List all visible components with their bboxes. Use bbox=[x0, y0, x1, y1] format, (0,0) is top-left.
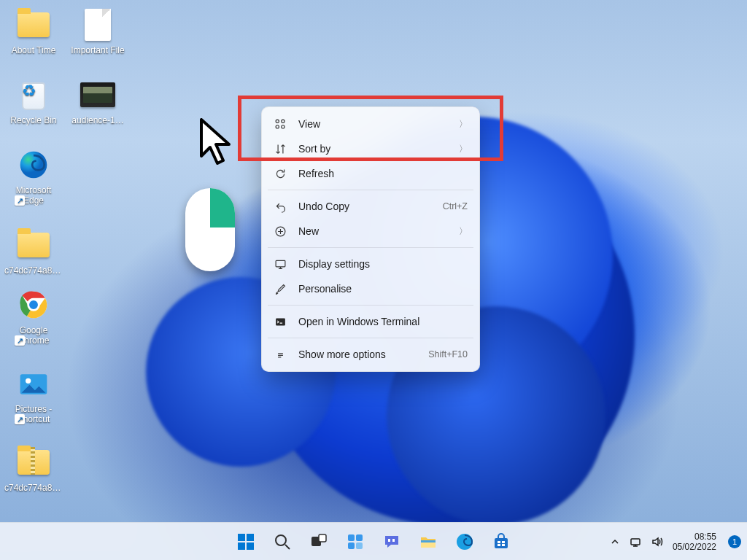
taskbar-taskview-button[interactable] bbox=[303, 526, 334, 557]
mouse-right-button-highlight bbox=[210, 188, 235, 228]
taskbar-widgets-button[interactable] bbox=[340, 526, 371, 557]
menu-label: New bbox=[298, 225, 453, 237]
menu-hint: Shift+F10 bbox=[428, 349, 468, 359]
menu-item-sort-by[interactable]: Sort by 〉 bbox=[266, 136, 475, 161]
menu-label: Show more options bbox=[298, 349, 428, 360]
svg-point-18 bbox=[276, 535, 286, 545]
desktop-icon-edge[interactable]: ↗ Microsoft Edge bbox=[4, 147, 63, 206]
desktop-icon-label: Important File bbox=[69, 45, 127, 55]
chevron-right-icon: 〉 bbox=[459, 225, 468, 238]
svg-point-9 bbox=[281, 125, 284, 128]
menu-label: Open in Windows Terminal bbox=[298, 316, 468, 327]
menu-separator bbox=[268, 305, 473, 306]
file-icon bbox=[85, 9, 111, 41]
svg-rect-28 bbox=[421, 540, 436, 542]
menu-label: Sort by bbox=[298, 143, 453, 155]
svg-rect-34 bbox=[502, 544, 505, 546]
desktop-icon-label: Google Chrome bbox=[4, 325, 63, 346]
more-options-icon bbox=[272, 346, 288, 362]
tray-notification-badge[interactable]: 1 bbox=[728, 535, 741, 548]
terminal-icon bbox=[272, 314, 288, 330]
desktop-context-menu: View 〉 Sort by 〉 Refresh Undo Copy Ctrl+… bbox=[261, 106, 480, 372]
taskbar-search-button[interactable] bbox=[267, 526, 298, 557]
desktop-icon-label: c74dc774a8f… bbox=[4, 265, 63, 276]
taskbar-edge-button[interactable] bbox=[449, 526, 480, 557]
menu-item-new[interactable]: New 〉 bbox=[266, 219, 475, 244]
search-icon bbox=[273, 532, 292, 551]
menu-item-personalise[interactable]: Personalise bbox=[266, 276, 475, 301]
svg-point-7 bbox=[281, 120, 284, 122]
display-icon bbox=[272, 256, 288, 272]
mouse-graphic-annotation bbox=[185, 188, 235, 271]
menu-item-display-settings[interactable]: Display settings bbox=[266, 252, 475, 276]
menu-item-show-more-options[interactable]: Show more options Shift+F10 bbox=[266, 342, 475, 367]
tray-network-icon[interactable] bbox=[630, 535, 643, 548]
svg-rect-32 bbox=[502, 541, 505, 543]
desktop-icon-label: About Time bbox=[4, 45, 63, 55]
plus-circle-icon bbox=[272, 223, 288, 239]
menu-separator bbox=[268, 190, 473, 190]
svg-rect-33 bbox=[498, 544, 500, 546]
refresh-icon bbox=[272, 166, 288, 182]
menu-item-view[interactable]: View 〉 bbox=[266, 112, 475, 136]
svg-point-8 bbox=[276, 125, 279, 128]
zip-folder-icon bbox=[18, 450, 50, 475]
menu-label: Undo Copy bbox=[298, 201, 443, 212]
menu-label: Refresh bbox=[298, 168, 468, 179]
pictures-icon bbox=[16, 366, 51, 401]
image-thumb-icon bbox=[80, 82, 115, 107]
svg-rect-25 bbox=[388, 539, 390, 542]
tray-time: 08:55 bbox=[673, 532, 716, 542]
start-button[interactable] bbox=[231, 526, 261, 557]
taskbar-explorer-button[interactable] bbox=[413, 526, 444, 557]
chevron-right-icon: 〉 bbox=[459, 118, 468, 131]
menu-item-refresh[interactable]: Refresh bbox=[266, 161, 475, 186]
taskbar: 08:55 05/02/2022 1 bbox=[0, 522, 747, 560]
svg-rect-35 bbox=[631, 539, 640, 545]
svg-rect-26 bbox=[392, 539, 395, 542]
svg-rect-16 bbox=[238, 542, 245, 550]
desktop-icon-audience[interactable]: audience-1… bbox=[69, 77, 127, 125]
menu-item-open-terminal[interactable]: Open in Windows Terminal bbox=[266, 309, 475, 334]
explorer-icon bbox=[419, 532, 438, 551]
svg-rect-15 bbox=[247, 534, 254, 541]
svg-rect-20 bbox=[319, 534, 326, 542]
desktop-icon-chrome[interactable]: ↗ Google Chrome bbox=[4, 287, 63, 346]
taskbar-chat-button[interactable] bbox=[376, 526, 407, 557]
grid-icon bbox=[272, 116, 288, 132]
notif-count: 1 bbox=[732, 537, 737, 546]
folder-icon bbox=[18, 233, 50, 257]
tray-date: 05/02/2022 bbox=[673, 542, 716, 552]
desktop-icon-zip-c74[interactable]: c74dc774a8f… bbox=[4, 445, 63, 493]
menu-item-undo-copy[interactable]: Undo Copy Ctrl+Z bbox=[266, 194, 475, 219]
svg-rect-23 bbox=[348, 542, 355, 549]
tray-volume-icon[interactable] bbox=[651, 535, 664, 548]
chevron-right-icon: 〉 bbox=[459, 143, 468, 155]
desktop-icon-pictures-shortcut[interactable]: ↗ Pictures - Shortcut bbox=[4, 366, 63, 424]
recycle-bin-icon: ♻ bbox=[16, 77, 51, 112]
sort-icon bbox=[272, 141, 288, 157]
svg-point-6 bbox=[276, 120, 279, 122]
desktop[interactable]: About Time ♻ Recycle Bin ↗ Microsoft Edg… bbox=[0, 0, 747, 560]
desktop-icon-folder-c74[interactable]: c74dc774a8f… bbox=[4, 228, 63, 276]
desktop-icon-recycle-bin[interactable]: ♻ Recycle Bin bbox=[4, 77, 63, 125]
edge-icon bbox=[455, 532, 474, 551]
svg-point-5 bbox=[26, 378, 31, 384]
undo-icon bbox=[272, 198, 288, 214]
folder-icon bbox=[18, 12, 50, 37]
menu-hint: Ctrl+Z bbox=[443, 201, 468, 211]
tray-clock[interactable]: 08:55 05/02/2022 bbox=[673, 532, 716, 552]
taskbar-center bbox=[231, 526, 516, 557]
desktop-icon-label: Microsoft Edge bbox=[4, 185, 63, 206]
svg-rect-21 bbox=[348, 534, 355, 541]
desktop-icon-label: Pictures - Shortcut bbox=[4, 404, 63, 424]
menu-label: Personalise bbox=[298, 283, 468, 295]
shortcut-arrow-icon: ↗ bbox=[15, 195, 25, 206]
taskbar-store-button[interactable] bbox=[486, 526, 516, 557]
desktop-icon-about-time[interactable]: About Time bbox=[4, 7, 63, 55]
svg-rect-24 bbox=[356, 542, 363, 549]
tray-overflow-button[interactable] bbox=[609, 535, 622, 548]
desktop-icon-important-file[interactable]: Important File bbox=[69, 7, 127, 55]
menu-separator bbox=[268, 338, 473, 338]
svg-rect-17 bbox=[247, 542, 254, 550]
